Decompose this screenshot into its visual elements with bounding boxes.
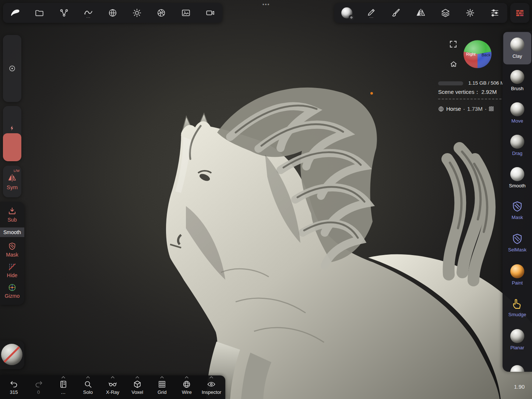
scene-vertices: Scene vertices： 2.92M [438,89,497,96]
solo-magnifier-icon [84,380,92,389]
stroke-icon[interactable]: ⋯ [78,3,98,23]
mask-button[interactable]: Mask [6,242,18,258]
brush-tool-icon [510,70,524,84]
background-image-icon[interactable] [176,3,196,23]
fullscreen-icon[interactable] [449,40,458,50]
solo-button[interactable]: Solo [77,375,99,399]
tool-drag-label: Drag [512,151,522,156]
material-settings-gear-icon[interactable] [349,15,354,20]
interface-sliders-icon[interactable] [485,3,505,23]
wireframe-toggle-icon[interactable] [489,106,494,111]
alpha-selector[interactable] [0,340,24,369]
postprocess-icon[interactable] [151,3,171,23]
tool-selmask-label: SelMask [508,247,526,253]
lighting-icon[interactable] [127,3,147,23]
radius-slider[interactable] [3,35,21,102]
smudge-finger-icon [511,297,524,310]
xray-label: X-Ray [106,389,119,395]
redo-icon [34,380,43,389]
gizmo-button[interactable]: Gizmo [5,283,20,299]
object-separator: · [463,106,465,112]
tool-paint[interactable]: Paint [503,259,531,291]
memory-text: 1.15 GB / 506 MB [468,80,504,86]
object-row[interactable]: Horse · 1.73M · [438,106,494,112]
tool-move[interactable]: Move [503,97,531,129]
home-icon[interactable] [450,60,458,70]
notebook-icon [59,380,68,389]
orientation-ball[interactable]: Right Back [463,39,492,69]
tool-mask[interactable]: Mask [503,194,531,226]
layers-icon[interactable] [436,3,455,23]
grid-button[interactable]: Grid [151,375,173,399]
tool-brush[interactable]: Brush [503,64,531,97]
camera-icon[interactable] [200,3,220,23]
object-separator-2: · [485,106,487,112]
solo-label: Solo [83,389,93,395]
symmetry-lw-label: L/W [14,169,20,173]
material-globe-icon[interactable] [103,3,123,23]
wire-button[interactable]: Wire [175,375,198,399]
intensity-slider[interactable] [3,106,21,161]
smooth-mode-button[interactable]: Smooth [0,227,24,237]
gizmo-axes-icon [8,283,17,292]
stroke-options-panel: Sub Smooth Mask Hide Gizmo [0,202,24,305]
tool-clay[interactable]: Clay [503,32,531,64]
caret-up-icon [111,376,114,378]
hide-button[interactable]: Hide [7,262,18,278]
voxel-cube-icon [133,380,142,389]
inspector-eye-icon [207,380,216,389]
inspector-button[interactable]: Inspector [200,375,223,399]
tool-drag[interactable]: Drag [503,129,531,162]
paintbrush-icon[interactable] [386,3,406,23]
undo-icon [10,380,18,389]
undo-count: 315 [10,389,18,395]
redo-button[interactable]: 0 [27,375,50,399]
voxel-label: Voxel [131,389,143,395]
tool-smooth-label: Smooth [509,183,526,188]
undo-button[interactable]: 315 [3,375,25,399]
app-logo[interactable] [5,3,25,23]
symmetry-mirror-icon [7,173,17,183]
history-panel-button[interactable]: … [52,375,75,399]
tool-planar[interactable]: Planar [503,324,531,356]
no-alpha-icon [1,344,22,365]
partial-tool-icon [510,365,524,372]
voxel-button[interactable]: Voxel [126,375,149,399]
nav-right-label: Right [466,52,476,56]
bricks-icon [515,8,525,18]
window-drag-handle[interactable]: ••• [257,1,275,7]
smooth-tool-icon [510,167,524,181]
planar-tool-icon [510,329,524,343]
zoom-level: 1.90 [514,384,525,390]
bottom-toolbar: 315 0 … Solo X-Ray Voxel Grid Wire Inspe… [0,375,225,399]
tool-selmask[interactable]: SelMask [503,226,531,259]
files-icon[interactable] [29,3,49,23]
wireframe-sphere-icon [182,380,191,389]
pencil-tool-icon[interactable]: ⋯ [362,3,381,23]
scene-graph-icon[interactable] [54,3,74,23]
asset-store-button[interactable] [510,3,529,23]
active-material-button[interactable] [337,3,357,23]
nav-back-label: Back [482,53,491,57]
grid-label: Grid [158,389,167,395]
settings-gear-icon[interactable] [460,3,480,23]
symmetry-icon[interactable] [411,3,431,23]
caret-up-icon [209,376,213,378]
tool-smudge[interactable]: Smudge [503,291,531,324]
pencil-more-indicator: ⋯ [369,17,373,18]
stats-separator [438,99,501,99]
sub-button[interactable]: Sub [8,207,17,223]
symmetry-toggle[interactable]: L/W Sym [3,166,21,197]
mask-shield-icon [511,200,524,213]
history-more-indicator: … [61,389,66,395]
tool-planar-label: Planar [510,345,524,350]
move-tool-icon [510,102,524,116]
sub-download-icon [8,207,17,216]
stroke-more-indicator: ⋯ [86,17,90,18]
memory-bar [438,81,463,85]
top-left-toolbar: ⋯ [3,3,222,23]
xray-button[interactable]: X-Ray [101,375,124,399]
tool-smooth[interactable]: Smooth [503,162,531,194]
tool-next-partial[interactable] [503,356,531,372]
memory-usage: 1.15 GB / 506 MB [438,81,463,85]
